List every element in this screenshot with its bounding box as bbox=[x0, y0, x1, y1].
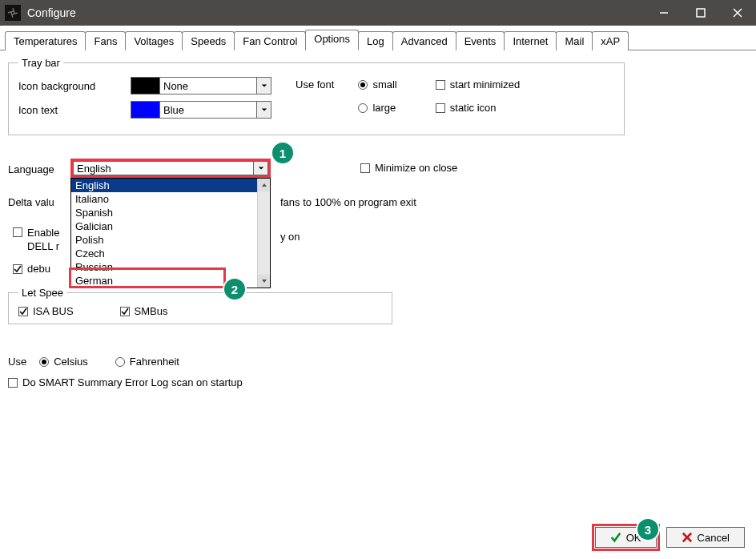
chevron-down-icon[interactable] bbox=[253, 162, 267, 175]
tab-advanced[interactable]: Advanced bbox=[392, 31, 456, 50]
cancel-button-label: Cancel bbox=[698, 532, 730, 544]
maximize-button[interactable] bbox=[682, 0, 719, 26]
tab-fans[interactable]: Fans bbox=[85, 31, 126, 50]
step-badge-3: 3 bbox=[636, 517, 660, 541]
tab-events[interactable]: Events bbox=[456, 31, 505, 50]
icon-background-label: Icon background bbox=[18, 80, 131, 92]
language-option-italiano[interactable]: Italiano bbox=[71, 192, 270, 206]
use-units-row: Use Celsius Fahrenheit bbox=[8, 356, 194, 368]
language-combo-highlight bbox=[70, 159, 271, 178]
step-badge-1: 1 bbox=[271, 141, 295, 165]
tab-xap[interactable]: xAP bbox=[592, 31, 629, 50]
tray-bar-legend: Tray bar bbox=[18, 57, 63, 69]
tab-mail[interactable]: Mail bbox=[556, 31, 593, 50]
isa-bus-label: ISA BUS bbox=[33, 305, 74, 317]
tab-temperatures[interactable]: Temperatures bbox=[5, 31, 86, 50]
language-option-galician[interactable]: Galician bbox=[71, 219, 270, 233]
icon-text-combo[interactable] bbox=[131, 101, 271, 119]
static-icon-checkbox[interactable]: static icon bbox=[436, 102, 520, 114]
app-icon bbox=[5, 5, 21, 21]
static-icon-label: static icon bbox=[450, 102, 497, 114]
celsius-label: Celsius bbox=[54, 356, 88, 368]
font-small-label: small bbox=[372, 78, 396, 90]
smart-scan-checkbox[interactable]: Do SMART Summary Error Log scan on start… bbox=[8, 376, 243, 388]
step-badge-2: 2 bbox=[223, 277, 247, 301]
celsius-radio[interactable]: Celsius bbox=[39, 356, 88, 368]
tab-fan-control[interactable]: Fan Control bbox=[234, 31, 306, 50]
tab-log[interactable]: Log bbox=[358, 31, 393, 50]
smart-scan-label: Do SMART Summary Error Log scan on start… bbox=[22, 376, 243, 388]
russian-highlight bbox=[69, 267, 226, 288]
language-input[interactable] bbox=[74, 162, 253, 175]
debug-checkbox[interactable]: debu bbox=[13, 263, 50, 275]
letspeed-legend: Let Spee bbox=[18, 287, 66, 299]
svg-rect-2 bbox=[697, 9, 705, 17]
language-option-polish[interactable]: Polish bbox=[71, 233, 270, 247]
use-font-label: Use font bbox=[296, 77, 334, 92]
chevron-down-icon[interactable] bbox=[256, 102, 271, 118]
debug-label: debu bbox=[27, 263, 50, 275]
font-large-label: large bbox=[372, 102, 396, 114]
cancel-button[interactable]: Cancel bbox=[666, 527, 745, 548]
fahrenheit-radio[interactable]: Fahrenheit bbox=[115, 356, 179, 368]
tab-options[interactable]: Options bbox=[305, 30, 359, 50]
isa-bus-checkbox[interactable]: ISA BUS bbox=[18, 305, 74, 317]
font-small-radio[interactable]: small bbox=[358, 78, 396, 90]
tab-bar: Temperatures Fans Voltages Speeds Fan Co… bbox=[0, 26, 756, 50]
delta-value-label: Delta valu bbox=[8, 195, 54, 210]
icon-bg-swatch bbox=[131, 78, 160, 94]
icon-text-label: Icon text bbox=[18, 104, 131, 116]
tray-bar-group: Tray bar Icon background Icon text bbox=[8, 57, 625, 135]
tab-voltages[interactable]: Voltages bbox=[125, 31, 183, 50]
window-title: Configure bbox=[27, 6, 645, 19]
use-label: Use bbox=[8, 356, 26, 368]
start-minimized-label: start minimized bbox=[450, 78, 520, 90]
icon-background-input[interactable] bbox=[160, 78, 256, 94]
svg-point-0 bbox=[11, 11, 14, 14]
enable-dell-line2: DELL r bbox=[27, 240, 59, 252]
font-large-radio[interactable]: large bbox=[358, 102, 396, 114]
fahrenheit-label: Fahrenheit bbox=[130, 356, 179, 368]
tab-internet[interactable]: Internet bbox=[504, 31, 557, 50]
minimize-button[interactable] bbox=[645, 0, 682, 26]
language-label: Language bbox=[8, 162, 54, 177]
language-option-czech[interactable]: Czech bbox=[71, 247, 270, 260]
minimize-on-close-label: Minimize on close bbox=[375, 162, 457, 174]
x-icon bbox=[682, 532, 693, 543]
close-button[interactable] bbox=[719, 0, 756, 26]
language-option-english[interactable]: English bbox=[71, 179, 270, 192]
icon-background-combo[interactable] bbox=[131, 77, 271, 95]
icon-text-input[interactable] bbox=[160, 102, 256, 118]
language-combo[interactable] bbox=[73, 161, 268, 175]
smbus-label: SMBus bbox=[135, 305, 168, 317]
enable-dell-checkbox[interactable]: Enable DELL r bbox=[13, 226, 59, 253]
language-option-spanish[interactable]: Spanish bbox=[71, 206, 270, 219]
minimize-on-close-checkbox[interactable]: Minimize on close bbox=[360, 162, 457, 174]
options-panel: Tray bar Icon background Icon text bbox=[0, 50, 756, 148]
check-icon bbox=[610, 532, 621, 543]
enable-dell-line1: Enable bbox=[27, 227, 59, 239]
icon-text-swatch bbox=[131, 102, 160, 118]
titlebar: Configure bbox=[0, 0, 756, 26]
tab-speeds[interactable]: Speeds bbox=[182, 31, 235, 50]
scroll-down-icon[interactable] bbox=[258, 275, 270, 288]
dropdown-scrollbar[interactable] bbox=[257, 179, 270, 288]
chevron-down-icon[interactable] bbox=[256, 78, 271, 94]
smbus-checkbox[interactable]: SMBus bbox=[120, 305, 168, 317]
dialog-button-bar: OK Cancel bbox=[592, 524, 745, 551]
scroll-up-icon[interactable] bbox=[258, 179, 270, 191]
y-on-label: y on bbox=[280, 229, 300, 244]
letspeed-group: Let Spee ISA BUS SMBus bbox=[8, 287, 392, 324]
fans-100-label: fans to 100% on program exit bbox=[280, 195, 416, 210]
start-minimized-checkbox[interactable]: start minimized bbox=[436, 78, 520, 90]
